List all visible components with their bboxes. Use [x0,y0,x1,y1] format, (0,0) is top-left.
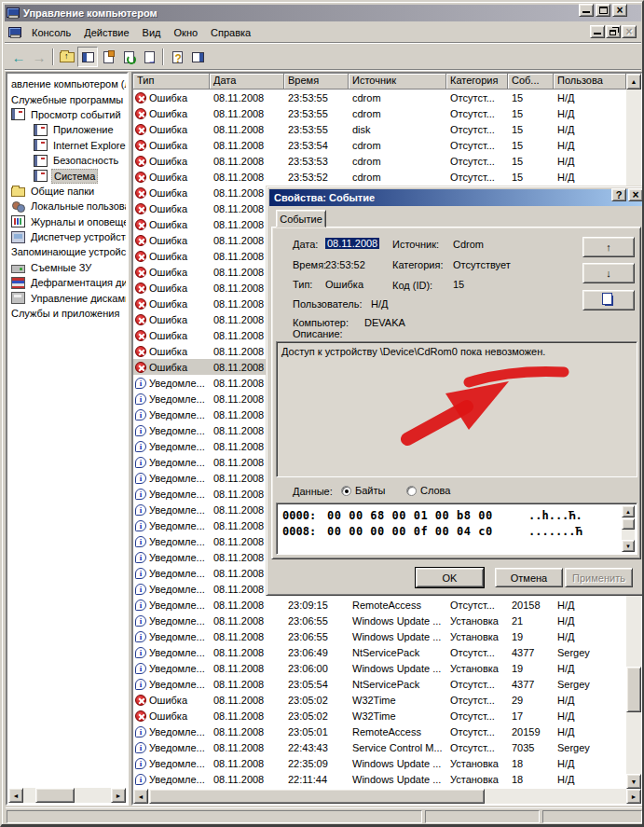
description-box[interactable]: Доступ к устройству \Device\CdRom0 пока … [276,341,637,477]
sidebar-item-Безопасность[interactable]: Безопасность [8,153,126,168]
refresh-button[interactable] [118,47,139,67]
date-value[interactable]: 08.11.2008 [325,238,379,249]
scroll-right-icon[interactable]: ► [111,788,126,803]
column-header-user[interactable]: Пользова [554,74,626,90]
menu-item-Окно[interactable]: Окно [168,25,205,40]
table-row[interactable]: iУведомле...08.11.200823:06:49NtServiceP… [133,644,626,660]
type-label: Уведомле... [149,393,205,405]
sidebar-item-Просмотр событий[interactable]: Просмотр событий [8,107,126,122]
table-row[interactable]: Ошибка08.11.200823:53:55cdromОтсутст...1… [133,90,626,105]
sidebar-item-Дефрагментация дис[interactable]: Дефрагментация дис [8,275,126,290]
radio-words[interactable]: Слова [406,485,450,496]
sidebar-item-Система[interactable]: Система [8,168,126,183]
dialog-title-bar[interactable]: Свойства: Событие [269,189,642,206]
toggle-tree-button[interactable] [77,47,98,67]
scroll-thumb[interactable] [622,518,635,530]
menu-item-Действие[interactable]: Действие [77,25,135,40]
scroll-thumb[interactable] [626,667,641,712]
export-list-button[interactable] [139,47,159,67]
scroll-left-icon[interactable]: ◄ [8,788,23,803]
up-folder-button[interactable]: ↑ [57,47,77,67]
menu-item-Справка[interactable]: Справка [204,25,257,40]
table-row[interactable]: iУведомле...08.11.200823:09:15RemoteAcce… [133,597,626,613]
sidebar-item-Запоминающие устройст[interactable]: Запоминающие устройст [8,244,126,259]
dialog-close-button[interactable]: × [628,188,643,201]
table-row[interactable]: iУведомле...08.11.200823:06:55Windows Up… [133,628,626,644]
column-header-category[interactable]: Категория [446,74,508,90]
tree-horizontal-scrollbar[interactable]: ◄ ► [8,788,126,803]
sidebar-item-Управление дисками[interactable]: Управление дисками [8,290,126,305]
scroll-thumb[interactable] [35,788,75,803]
sidebar-item-Приложение[interactable]: Приложение [8,122,126,137]
radio-bytes[interactable]: Байты [341,485,385,496]
table-row[interactable]: Ошибка08.11.200823:53:53cdromОтсутст...1… [133,153,626,169]
scroll-thumb[interactable] [149,789,485,804]
maximize-button[interactable] [596,4,610,17]
column-header-event[interactable]: Соб... [508,74,554,90]
cell-event: 7035 [508,742,554,753]
scroll-up-icon[interactable]: ▲ [622,505,635,517]
previous-event-button[interactable]: ↑ [582,237,635,257]
scroll-right-icon[interactable]: ► [626,789,641,804]
sidebar-item-Общие папки[interactable]: Общие папки [8,184,126,199]
table-row[interactable]: iУведомле...08.11.200823:05:01RemoteAcce… [133,724,626,739]
hex-data-box[interactable]: 0000:00 00 68 00 01 00 b8 00..h...Ћ.0008… [276,503,637,555]
child-minimize-button[interactable] [590,25,605,38]
title-bar[interactable]: Управление компьютером [5,5,641,21]
table-row[interactable]: iУведомле...08.11.200822:43:43Service Co… [133,739,626,755]
type-label: Уведомле... [149,536,205,547]
radio-unselected-icon[interactable] [406,486,417,496]
column-header-source[interactable]: Источник [349,74,446,90]
table-row[interactable]: Ошибка08.11.200823:53:55diskОтсутст...15… [133,121,626,137]
cancel-button[interactable]: Отмена [495,568,563,587]
error-icon [135,251,146,262]
table-row[interactable]: iУведомле...08.11.200823:06:55Windows Up… [133,613,626,628]
table-row[interactable]: iУведомле...08.11.200823:06:00Windows Up… [133,660,626,676]
scroll-up-icon[interactable]: ▲ [626,74,641,90]
list-horizontal-scrollbar[interactable]: ◄ ► [133,789,641,804]
sidebar-item-Съемные ЗУ[interactable]: Съемные ЗУ [8,260,126,275]
scroll-down-icon[interactable]: ▼ [622,540,635,552]
scroll-down-icon[interactable]: ▼ [626,774,641,789]
help-button[interactable] [167,47,187,67]
back-button[interactable]: ← [8,47,29,67]
sidebar-item-Internet Explorer[interactable]: Internet Explorer [8,138,126,153]
table-row[interactable]: Ошибка08.11.200823:53:52cdromОтсутст...1… [133,169,626,185]
forward-button[interactable]: → [29,47,49,67]
table-row[interactable]: iУведомле...08.11.200823:05:54NtServiceP… [133,676,626,692]
tab-event[interactable]: Событие [276,210,326,227]
table-row[interactable]: iУведомле...08.11.200822:35:09Windows Up… [133,755,626,771]
sidebar-item-Службы и приложения[interactable]: Службы и приложения [8,306,126,321]
sidebar-item-Диспетчер устройсте[interactable]: Диспетчер устройсте [8,229,126,244]
column-header-time[interactable]: Время [284,74,349,90]
column-header-date[interactable]: Дата [210,74,284,90]
minimize-button[interactable] [579,4,594,17]
dialog-help-button[interactable]: ? [611,188,626,201]
cell-date: 08.11.2008 [210,742,284,753]
type-label: Уведомле... [149,457,205,468]
scroll-left-icon[interactable]: ◄ [133,789,148,804]
info-icon: i [135,758,146,769]
next-event-button[interactable]: ↓ [582,263,635,283]
ok-button[interactable]: OK [416,568,484,587]
sidebar-item-авление компьютером (л[interactable]: авление компьютером (л [8,76,126,91]
sidebar-item-Журналы и оповещен[interactable]: Журналы и оповещен [8,214,126,229]
copy-event-button[interactable] [582,290,635,310]
close-button[interactable]: × [612,4,627,17]
child-restore-button[interactable] [606,25,621,38]
table-row[interactable]: Ошибка08.11.200823:05:02W32TimeОтсутст..… [133,692,626,708]
table-row[interactable]: iУведомле...08.11.200822:11:44Windows Up… [133,771,626,787]
hex-vertical-scrollbar[interactable]: ▲ ▼ [622,505,635,552]
show-panel-button[interactable] [187,47,208,67]
cell-category: Отсутст... [446,124,508,135]
properties-button[interactable] [98,47,118,67]
menu-item-Консоль[interactable]: Консоль [25,25,77,40]
column-header-type[interactable]: Тип [133,74,210,90]
table-row[interactable]: Ошибка08.11.200823:05:02W32TimeОтсутст..… [133,708,626,724]
menu-item-Вид[interactable]: Вид [136,25,168,40]
sidebar-item-Служебные программы[interactable]: Служебные программы [8,91,126,106]
table-row[interactable]: Ошибка08.11.200823:53:54cdromОтсутст...1… [133,137,626,153]
radio-selected-icon[interactable] [341,486,351,496]
table-row[interactable]: Ошибка08.11.200823:53:55cdromОтсутст...1… [133,105,626,121]
sidebar-item-Локальные пользова[interactable]: Локальные пользова [8,199,126,214]
